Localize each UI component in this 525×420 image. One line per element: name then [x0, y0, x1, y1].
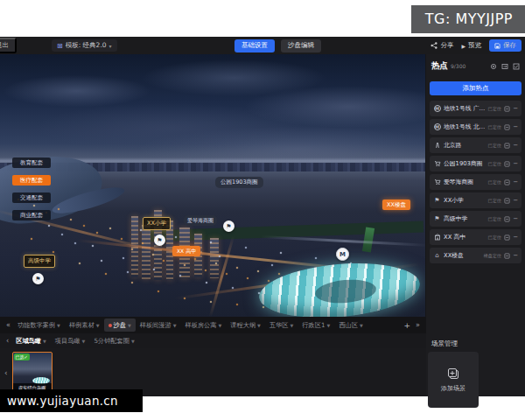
config-button-stack: 教育配套 医疗配套 交通配套 商业配套 [12, 158, 51, 220]
map-label-mall[interactable]: 爱琴海商圈 [184, 215, 217, 226]
subtab-project-birdview[interactable]: 项目鸟瞰▼ [51, 334, 90, 347]
subtab-area-birdview[interactable]: 区域鸟瞰▼ [11, 334, 51, 347]
tab-xishan[interactable]: 西山区▼ [334, 318, 367, 332]
share-button[interactable]: 分享 [430, 41, 453, 50]
config-medical-button[interactable]: 医疗配套 [12, 175, 51, 186]
map-label-park[interactable]: 公园1903商圈 [215, 177, 263, 188]
metro-icon: M [340, 251, 346, 258]
map-label-high-school[interactable]: XX 高中 [172, 246, 200, 256]
exit-button[interactable]: 退出 [0, 38, 17, 53]
preview-button[interactable]: ▶ 预览 [461, 41, 481, 50]
hotspot-row[interactable]: M 地铁1号线 广… 已定位 − [430, 101, 522, 116]
edit-hotspot-icon[interactable] [504, 106, 510, 112]
tab-sandbox[interactable]: 沙盘▼ [104, 318, 136, 332]
flag-icon: ⚑ [433, 197, 441, 204]
template-label: 模板: 经典2.0 [66, 41, 107, 50]
app-window: 退出 ⊞ 模板: 经典2.0 ▾ 基础设置 沙盘编辑 分享 ▶ 预览 保存 [0, 37, 525, 396]
city-aerial-view[interactable]: 教育配套 医疗配套 交通配套 商业配套 公园1903商圈 XX楼盘 爱琴海商圈 … [0, 54, 425, 317]
hotspot-row[interactable]: ⚑ XX小学 已定位 − [430, 192, 522, 208]
house-icon: ⌂ [433, 252, 441, 259]
map-label-senior-school[interactable]: 高级中学 [24, 255, 55, 268]
collapse-hotspot-icon[interactable]: − [513, 123, 518, 130]
scroll-left-icon[interactable]: « [4, 321, 13, 329]
collapse-hotspot-icon[interactable]: − [513, 105, 518, 112]
scene-manage-button[interactable]: 场景管理 [431, 340, 458, 348]
hotspot-row[interactable]: M 地铁1号线 北… 已定位 − [430, 119, 522, 135]
edit-hotspot-icon[interactable] [504, 143, 510, 149]
top-toolbar: 退出 ⊞ 模板: 经典2.0 ▾ 基础设置 沙盘编辑 分享 ▶ 预览 保存 [0, 37, 525, 54]
hotspot-row[interactable]: 北京路 已定位 − [430, 137, 522, 153]
collapse-hotspot-icon[interactable]: − [513, 197, 518, 204]
scroll-right-icon[interactable]: » [413, 321, 423, 329]
site-watermark: www.yujiayuan.cn [0, 389, 143, 412]
hotspot-title: 热点 [431, 60, 448, 72]
flag-icon: ⚑ [35, 276, 40, 283]
subtab-5min-circle[interactable]: 5分钟配套圈▼ [89, 334, 138, 347]
tab-wuhua[interactable]: 五华区▼ [265, 318, 298, 332]
building-tower [142, 225, 150, 279]
collapse-hotspot-icon[interactable]: − [513, 234, 518, 241]
hotspot-row[interactable]: XX 高中 已定位 − [430, 229, 522, 245]
play-icon: ▶ [461, 43, 466, 49]
hotspot-row[interactable]: ⌂ XX楼盘 楼盘定位 − [430, 248, 522, 263]
chevron-down-icon: ▾ [109, 43, 112, 49]
config-transport-button[interactable]: 交通配套 [12, 192, 51, 203]
collapse-hotspot-icon[interactable]: − [513, 160, 518, 167]
flag-icon: ⚑ [157, 237, 162, 244]
collapse-hotspot-icon[interactable]: − [513, 252, 518, 259]
map-label-primary-school[interactable]: XX小学 [143, 217, 171, 230]
selected-badge: 已选✓ [14, 354, 30, 360]
add-scene-icon [447, 368, 459, 380]
edit-hotspot-icon[interactable] [504, 198, 510, 204]
tg-watermark: TG: MYYJJPP [411, 5, 525, 33]
metro-icon: M [433, 123, 441, 130]
export-icon[interactable] [501, 63, 508, 70]
map-label-property[interactable]: XX楼盘 [382, 200, 410, 210]
config-education-button[interactable]: 教育配套 [12, 158, 51, 168]
hotspot-row[interactable]: 公园1903商圈 已定位 − [430, 156, 522, 172]
locate-icon[interactable] [490, 63, 497, 70]
cart-icon [433, 160, 441, 167]
edit-hotspot-icon[interactable] [504, 161, 510, 167]
flag-icon: ⚑ [226, 223, 231, 230]
collapse-hotspot-icon[interactable]: − [513, 178, 518, 186]
record-dot-icon [108, 324, 112, 327]
flag-marker[interactable]: ⚑ [32, 273, 44, 284]
flag-marker[interactable]: ⚑ [154, 234, 165, 246]
collapse-hotspot-icon[interactable]: − [513, 215, 518, 222]
tab-syllabus[interactable]: 课程大纲▼ [226, 318, 265, 332]
cart-icon [433, 178, 441, 186]
hotspot-row[interactable]: ⚑ 高级中学 已定位 − [430, 211, 522, 227]
save-icon [494, 43, 500, 49]
multi-select-icon[interactable] [513, 63, 520, 70]
edit-hotspot-icon[interactable] [504, 216, 510, 222]
edit-hotspot-icon[interactable] [504, 179, 510, 186]
collapse-hotspot-icon[interactable]: − [513, 142, 518, 149]
tab-apartment[interactable]: 样板房公寓▼ [181, 318, 227, 332]
hotspot-sidebar: 热点 9/300 添加热点 M 地铁1号线 广… 已定位 − M 地铁1号线 北… [426, 54, 525, 396]
sandbox-edit-button[interactable]: 沙盘编辑 [281, 39, 321, 52]
scene-thumbnail[interactable]: 已选✓ 虚实结合鸟瞰 [12, 352, 52, 393]
add-hotspot-button[interactable]: 添加热点 [430, 81, 522, 95]
metro-station-marker[interactable]: M [336, 248, 349, 261]
tab-roam[interactable]: 样板间漫游▼ [136, 318, 181, 332]
tab-district1[interactable]: 行政区1▼ [298, 318, 334, 332]
template-selector[interactable]: ⊞ 模板: 经典2.0 ▾ [52, 39, 117, 52]
tab-material[interactable]: 样例素材▼ [65, 318, 104, 332]
metro-icon: M [433, 105, 441, 112]
hotspot-row[interactable]: 爱琴海商圈 已定位 − [430, 174, 522, 190]
add-tab-icon[interactable]: + [402, 321, 414, 330]
edit-hotspot-icon[interactable] [504, 234, 510, 241]
edit-hotspot-icon[interactable] [504, 124, 510, 130]
basic-settings-button[interactable]: 基础设置 [234, 39, 275, 52]
road-icon [433, 142, 441, 149]
edit-hotspot-icon[interactable] [504, 253, 510, 259]
add-scene-button[interactable]: 添加场景 [428, 352, 479, 408]
scroll-left-icon[interactable]: ‹ [4, 337, 11, 345]
save-button[interactable]: 保存 [489, 39, 522, 52]
tab-case[interactable]: 功能数字案例▼ [13, 318, 65, 332]
building-tower [210, 238, 219, 278]
strip-left-icon[interactable]: ‹ [0, 368, 12, 377]
config-business-button[interactable]: 商业配套 [12, 210, 51, 220]
flag-marker[interactable]: ⚑ [223, 220, 234, 232]
